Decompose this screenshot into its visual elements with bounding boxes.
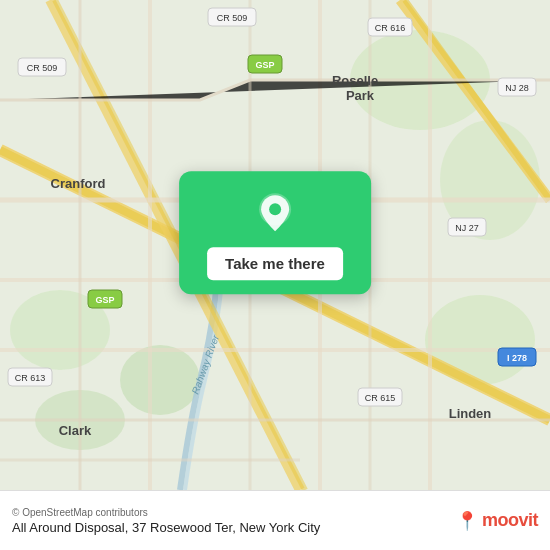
moovit-label: moovit bbox=[482, 510, 538, 531]
svg-text:Linden: Linden bbox=[449, 406, 492, 421]
svg-text:Cranford: Cranford bbox=[51, 176, 106, 191]
svg-text:Park: Park bbox=[346, 88, 375, 103]
svg-text:CR 613: CR 613 bbox=[15, 373, 46, 383]
svg-text:CR 615: CR 615 bbox=[365, 393, 396, 403]
svg-text:GSP: GSP bbox=[255, 60, 274, 70]
bottom-bar: © OpenStreetMap contributors All Around … bbox=[0, 490, 550, 550]
location-pin-icon bbox=[251, 189, 299, 237]
svg-text:CR 509: CR 509 bbox=[217, 13, 248, 23]
svg-point-5 bbox=[120, 345, 200, 415]
bottom-info: © OpenStreetMap contributors All Around … bbox=[12, 507, 320, 535]
take-me-there-card[interactable]: Take me there bbox=[179, 171, 371, 294]
take-me-there-button[interactable]: Take me there bbox=[207, 247, 343, 280]
svg-text:GSP: GSP bbox=[95, 295, 114, 305]
svg-text:Roselle: Roselle bbox=[332, 73, 378, 88]
svg-text:NJ 27: NJ 27 bbox=[455, 223, 479, 233]
moovit-logo: 📍 moovit bbox=[456, 510, 538, 532]
address-text: All Around Disposal, 37 Rosewood Ter, Ne… bbox=[12, 520, 320, 535]
moovit-pin-icon: 📍 bbox=[456, 510, 478, 532]
svg-text:CR 509: CR 509 bbox=[27, 63, 58, 73]
svg-text:I 278: I 278 bbox=[507, 353, 527, 363]
svg-text:CR 616: CR 616 bbox=[375, 23, 406, 33]
svg-text:NJ 28: NJ 28 bbox=[505, 83, 529, 93]
map-container: CR 509 CR 509 CR 616 GSP GSP NJ 28 NJ 27… bbox=[0, 0, 550, 490]
navigation-button-overlay: Take me there bbox=[179, 171, 371, 294]
copyright-text: © OpenStreetMap contributors bbox=[12, 507, 320, 518]
svg-text:Clark: Clark bbox=[59, 423, 92, 438]
svg-point-36 bbox=[269, 203, 281, 215]
